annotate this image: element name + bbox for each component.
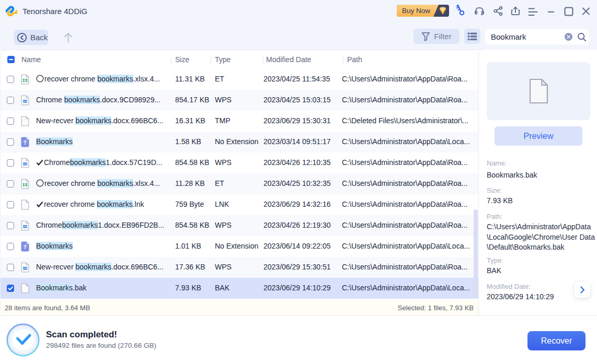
svg-text:?: ? xyxy=(23,244,27,250)
svg-text:?: ? xyxy=(23,139,27,146)
